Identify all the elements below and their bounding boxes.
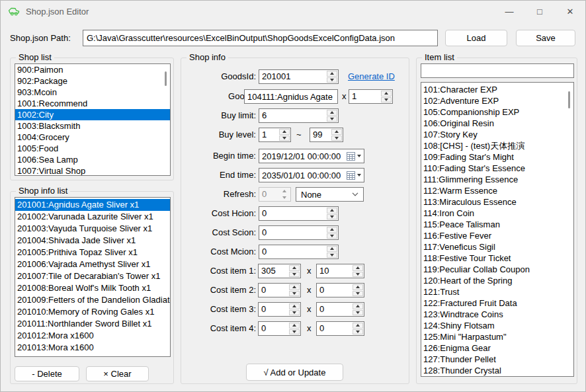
shop-info-list-item[interactable]: 201006:Vajrada Amethyst Sliver x1	[15, 258, 170, 270]
shop-list-item[interactable]: 1001:Recommend	[15, 98, 170, 109]
cost-mcion-spinner[interactable]: 0	[259, 245, 339, 259]
refresh-mode-select[interactable]: None	[296, 187, 364, 202]
spin-up-icon[interactable]	[353, 284, 363, 290]
shop-list-item[interactable]: 1005:Food	[15, 143, 170, 154]
maximize-icon[interactable]: □	[524, 1, 555, 22]
shop-list-item[interactable]: 902:Package	[15, 75, 170, 87]
load-button[interactable]: Load	[445, 30, 507, 46]
goodsid-spinner[interactable]: 201001	[259, 69, 339, 84]
item-list-item[interactable]: 101:Character EXP	[421, 84, 573, 95]
spin-down-icon[interactable]	[289, 272, 300, 278]
spin-up-icon[interactable]	[279, 129, 290, 135]
item-list-item[interactable]: 119:Peculiar Collab Coupon	[421, 264, 573, 275]
cost-hcion-spinner[interactable]: 0	[259, 206, 339, 221]
item-list-item[interactable]: 112:Warm Essence	[421, 185, 573, 196]
buy-level-min-spinner[interactable]: 1	[259, 128, 291, 142]
item-list-item[interactable]: 102:Adventure EXP	[421, 95, 573, 106]
shop-info-list-item[interactable]: 201008:Boreal Wolf's Milk Tooth x1	[15, 282, 170, 294]
add-or-update-button[interactable]: √ Add or Update	[246, 364, 343, 381]
item-list-item[interactable]: 110:Fading Star's Essence	[421, 163, 573, 174]
shop-list-item[interactable]: 903:Mcoin	[15, 87, 170, 98]
shop-info-list-item[interactable]: 201001:Agnidus Agate Sliver x1	[15, 199, 170, 211]
cost-item-2-id-spinner[interactable]: 0	[258, 283, 301, 297]
cost-item-2-count-spinner[interactable]: 0	[316, 283, 364, 297]
shop-list-item[interactable]: 1006:Sea Lamp	[15, 154, 170, 165]
item-list-item[interactable]: 108:[CHS] - (test)天体推演	[421, 140, 573, 151]
item-list-item[interactable]: 117:Veneficus Sigil	[421, 241, 573, 253]
shop-info-list-item[interactable]: 201009:Fetters of the Dandelion Gladiato…	[15, 294, 170, 306]
item-list-item[interactable]: 107:Story Key	[421, 129, 573, 140]
spin-up-icon[interactable]	[289, 265, 300, 271]
spin-up-icon[interactable]	[289, 284, 300, 290]
spin-down-icon[interactable]	[353, 329, 363, 335]
spin-up-icon[interactable]	[331, 129, 342, 135]
cost-item-3-id-spinner[interactable]: 0	[258, 302, 301, 317]
item-list-item[interactable]: 114:Iron Coin	[421, 208, 573, 219]
item-list-item[interactable]: 118:Festive Tour Ticket	[421, 253, 573, 264]
shop-info-list-item[interactable]: 201012:Mora x1600	[15, 330, 170, 342]
delete-button[interactable]: - Delete	[15, 366, 79, 381]
spin-down-icon[interactable]	[279, 195, 290, 201]
shop-info-list-item[interactable]: 201002:Varunada Lazurite Sliver x1	[15, 211, 170, 223]
generate-id-link[interactable]: Generate ID	[348, 69, 395, 84]
spin-up-icon[interactable]	[327, 227, 337, 233]
shop-list-item[interactable]: 900:Paimon	[15, 64, 170, 75]
spin-down-icon[interactable]	[331, 136, 342, 141]
item-list-item[interactable]: 106:Original Resin	[421, 118, 573, 129]
cost-scion-spinner[interactable]: 0	[259, 225, 339, 240]
item-list-item[interactable]: 109:Fading Star's Might	[421, 151, 573, 163]
goods-count-spinner[interactable]: 1	[349, 89, 393, 104]
spin-up-icon[interactable]	[327, 71, 337, 77]
shop-info-list-item[interactable]: 201005:Prithiva Topaz Sliver x1	[15, 247, 170, 258]
spin-up-icon[interactable]	[327, 110, 337, 116]
item-list-item[interactable]: 128:Thunder Crystal	[421, 365, 573, 376]
scrollbar-thumb[interactable]	[165, 71, 167, 86]
item-list-item[interactable]: 116:Festive Fever	[421, 230, 573, 241]
spin-up-icon[interactable]	[381, 91, 392, 97]
shop-list-item[interactable]: 1002:City	[15, 109, 170, 120]
spin-down-icon[interactable]	[353, 291, 363, 297]
spin-down-icon[interactable]	[289, 329, 300, 335]
cost-item-4-id-spinner[interactable]: 0	[258, 321, 301, 336]
path-input[interactable]	[83, 30, 438, 46]
item-list-item[interactable]: 127:Thunder Pellet	[421, 354, 573, 365]
item-list-item[interactable]: 125:Mini "Harpastum"	[421, 331, 573, 342]
item-list-item[interactable]: 120:Heart of the Spring	[421, 275, 573, 286]
buy-limit-spinner[interactable]: 6	[259, 108, 339, 123]
save-button[interactable]: Save	[516, 30, 575, 46]
cost-item-4-count-spinner[interactable]: 0	[316, 321, 364, 336]
cost-item-1-count-spinner[interactable]: 10	[316, 264, 364, 278]
shop-info-list-item[interactable]: 201013:Mora x1600	[15, 342, 170, 354]
spin-up-icon[interactable]	[327, 246, 337, 252]
item-list-item[interactable]: 122:Fractured Fruit Data	[421, 297, 573, 309]
close-icon[interactable]: ✕	[555, 1, 585, 22]
spin-down-icon[interactable]	[327, 233, 337, 239]
item-list-item[interactable]: 124:Shiny Flotsam	[421, 320, 573, 331]
item-search-input[interactable]	[421, 63, 574, 78]
dropdown-arrow-icon[interactable]	[357, 155, 361, 157]
shop-info-list-item[interactable]: 201011:Northlander Sword Billet x1	[15, 318, 170, 330]
spin-down-icon[interactable]	[353, 272, 363, 278]
spin-down-icon[interactable]	[353, 310, 363, 316]
item-list-item[interactable]: 115:Peace Talisman	[421, 219, 573, 230]
shop-info-list-item[interactable]: 201003:Vayuda Turquoise Sliver x1	[15, 223, 170, 235]
item-list-item[interactable]: 113:Miraculous Essence	[421, 196, 573, 208]
shop-list-item[interactable]: 1003:Blacksmith	[15, 120, 170, 132]
cost-item-3-count-spinner[interactable]: 0	[316, 302, 364, 317]
spin-down-icon[interactable]	[327, 214, 337, 220]
shop-info-list-item[interactable]: 201010:Memory of Roving Gales x1	[15, 306, 170, 318]
clear-button[interactable]: × Clear	[86, 366, 149, 381]
spin-down-icon[interactable]	[327, 77, 337, 83]
dropdown-arrow-icon[interactable]	[357, 174, 361, 176]
spin-up-icon[interactable]	[327, 208, 337, 214]
item-list-item[interactable]: 121:Trust	[421, 286, 573, 297]
spin-up-icon[interactable]	[289, 323, 300, 329]
spin-down-icon[interactable]	[327, 253, 337, 258]
spin-down-icon[interactable]	[327, 116, 337, 122]
minimize-icon[interactable]: —	[494, 1, 524, 22]
shop-list-item[interactable]: 1007:Virtual Shop	[15, 165, 170, 176]
spin-down-icon[interactable]	[289, 291, 300, 297]
item-list-item[interactable]: 105:Companionship EXP	[421, 106, 573, 118]
shop-info-list-item[interactable]: 201007:Tile of Decarabian's Tower x1	[15, 270, 170, 282]
scrollbar-thumb[interactable]	[568, 91, 570, 108]
